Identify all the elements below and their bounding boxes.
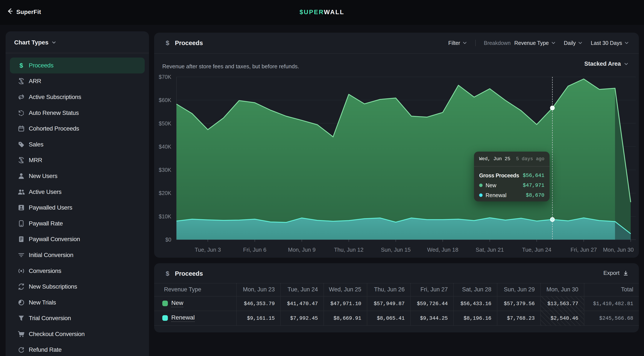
- svg-text:Tue, Jun 3: Tue, Jun 3: [195, 246, 221, 253]
- svg-text:$: $: [20, 79, 22, 84]
- svg-text:Thu, Jun 12: Thu, Jun 12: [334, 246, 364, 253]
- svg-text:Tue, Jun 24: Tue, Jun 24: [522, 246, 551, 253]
- svg-text:$0: $0: [165, 236, 171, 243]
- svg-text:Fri, Jun 27: Fri, Jun 27: [570, 246, 597, 253]
- svg-text:$30K: $30K: [159, 167, 172, 173]
- svg-text:Mon, Jun 30: Mon, Jun 30: [603, 246, 634, 253]
- svg-text:$50K: $50K: [159, 120, 172, 126]
- svg-text:Fri, Jun 6: Fri, Jun 6: [243, 246, 266, 253]
- svg-text:Wed, Jun 18: Wed, Jun 18: [427, 246, 458, 253]
- svg-text:Sat, Jun 21: Sat, Jun 21: [476, 246, 504, 253]
- svg-text:$40K: $40K: [159, 144, 172, 150]
- svg-text:$: $: [20, 158, 22, 162]
- svg-text:$60K: $60K: [159, 97, 172, 103]
- svg-text:$70K: $70K: [159, 74, 172, 80]
- svg-text:Sun, Jun 15: Sun, Jun 15: [381, 246, 411, 253]
- svg-text:Mon, Jun 9: Mon, Jun 9: [288, 246, 316, 253]
- svg-text:$10K: $10K: [159, 214, 172, 220]
- svg-text:$20K: $20K: [159, 190, 172, 196]
